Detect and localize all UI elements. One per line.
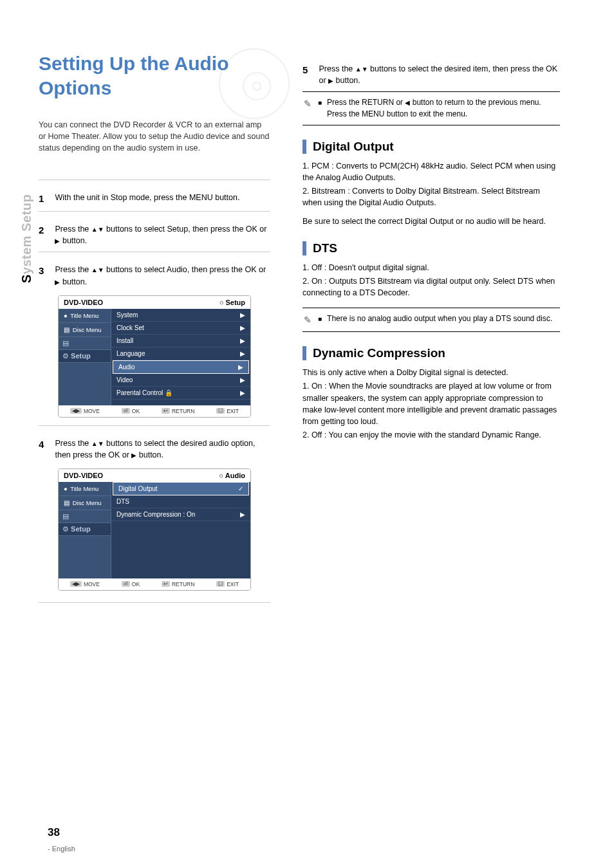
note-dts: ✎ ■ There is no analog audio output when…	[302, 313, 560, 326]
pencil-icon: ✎	[302, 97, 313, 110]
step-3: 3 Press the ▲▼ buttons to select Audio, …	[39, 264, 270, 287]
osd2-footer-exit: EXIT	[227, 581, 239, 587]
note-dts-text: There is no analog audio output when you…	[327, 313, 552, 324]
osd2-side-setup: ⚙ Setup	[59, 523, 111, 536]
section-bar-icon	[302, 241, 306, 255]
osd2-side-disc-menu: Disc Menu	[73, 499, 102, 506]
step-num-5: 5	[302, 63, 317, 77]
section-dyn-title: Dynamic Compression	[313, 346, 445, 360]
osd2-row-digital-output: Digital Output	[118, 485, 158, 492]
dts-opt-on: 2. On : Outputs DTS Bitstream via digita…	[302, 275, 560, 299]
up-down-icon: ▲▼	[91, 226, 104, 233]
side-tab-letter: S	[19, 274, 33, 283]
osd1-row-language: Language	[116, 350, 145, 357]
up-down-icon: ▲▼	[91, 266, 104, 273]
page-title-text: Setting Up the Audio Options	[39, 53, 229, 98]
osd1-footer: ◀▶MOVE ⏎OK ↩RETURN ☐EXIT	[59, 405, 250, 417]
page-title: Setting Up the Audio Options	[39, 51, 270, 100]
dyn-intro: This is only active when a Dolby Digital…	[302, 367, 560, 378]
osd-audio-screenshot: DVD-VIDEO ○ Audio ● Title Menu ▤ Disc Me…	[58, 468, 251, 591]
osd1-side-setup: ⚙ Setup	[59, 350, 111, 363]
digital-opt-pcm: 1. PCM : Converts to PCM(2CH) 48kHz audi…	[302, 160, 560, 183]
step-num-2: 2	[39, 223, 53, 237]
osd2-sidebar: ● Title Menu ▤ Disc Menu ▤ ⚙ Setup	[59, 482, 111, 578]
osd1-footer-move: MOVE	[84, 408, 100, 414]
side-tab: System Setup	[19, 194, 34, 283]
osd2-footer: ◀▶MOVE ⏎OK ↩RETURN ☐EXIT	[59, 578, 250, 590]
osd2-side-blank-icon: ▤	[59, 510, 111, 523]
lock-icon: 🔒	[165, 389, 172, 396]
step-2: 2 Press the ▲▼ buttons to select Setup, …	[39, 223, 270, 246]
osd2-side-title-menu: Title Menu	[70, 485, 98, 492]
dts-opt-off: 1. Off : Doesn't output digital signal.	[302, 262, 560, 273]
osd1-row-install: Install	[116, 337, 133, 344]
osd1-side-disc-menu: Disc Menu	[73, 326, 102, 333]
side-tab-rest: ystem Setup	[19, 194, 33, 274]
step-num-3: 3	[39, 264, 53, 278]
dyn-opt-off: 2. Off : You can enjoy the movie with th…	[302, 429, 560, 441]
section-digital-title: Digital Output	[313, 140, 394, 154]
step-1: 1 With the unit in Stop mode, press the …	[39, 192, 270, 206]
digital-opt-bitstream: 2. Bitstream : Converts to Dolby Digital…	[302, 185, 560, 208]
section-digital-output: Digital Output	[302, 140, 560, 154]
osd-setup-screenshot: DVD-VIDEO ○ Setup ● Title Menu ▤ Disc Me…	[58, 295, 251, 418]
osd1-footer-return: RETURN	[172, 408, 194, 414]
osd2-row-dts: DTS	[116, 498, 129, 505]
check-icon: ✓	[238, 485, 243, 492]
osd1-row-system: System	[116, 311, 138, 319]
osd1-row-parental: Parental Control 🔒	[116, 389, 172, 396]
step-num-1: 1	[39, 192, 53, 206]
section-dynamic-compression: Dynamic Compression	[302, 346, 560, 360]
section-dts: DTS	[302, 241, 560, 255]
osd1-footer-exit: EXIT	[227, 408, 239, 414]
step-body-2: Press the ▲▼ buttons to select Setup, th…	[55, 223, 270, 246]
step-body-5: Press the ▲▼ buttons to select the desir…	[319, 63, 559, 86]
step-body-3: Press the ▲▼ buttons to select Audio, th…	[55, 264, 270, 287]
dyn-opt-on: 1. On : When the Movie soundtracks are p…	[302, 380, 560, 427]
osd2-row-dyn-comp: Dynamic Compression : On	[116, 511, 195, 518]
section-bar-icon	[302, 346, 306, 360]
osd2-top-left: DVD-VIDEO	[64, 472, 103, 479]
step-5: 5 Press the ▲▼ buttons to select the des…	[302, 63, 560, 86]
osd2-footer-return: RETURN	[172, 581, 194, 587]
step-body-1: With the unit in Stop mode, press the ME…	[55, 192, 270, 203]
section-dts-title: DTS	[313, 241, 337, 255]
disc-art-icon	[219, 48, 290, 119]
footer-note: - English	[48, 845, 75, 853]
note-return: ✎ ■ Press the RETURN or ◀ button to retu…	[302, 97, 560, 120]
step-4: 4 Press the ▲▼ buttons to select the des…	[39, 438, 270, 461]
osd1-row-audio: Audio	[118, 364, 135, 371]
section-bar-icon	[302, 140, 306, 154]
osd1-footer-ok: OK	[132, 408, 140, 414]
up-down-icon: ▲▼	[91, 440, 104, 447]
step-body-4: Press the ▲▼ buttons to select the desir…	[55, 438, 270, 461]
pencil-icon: ✎	[302, 313, 313, 326]
osd2-footer-move: MOVE	[84, 581, 100, 587]
step-num-4: 4	[39, 438, 53, 452]
page-number: 38	[48, 826, 60, 839]
osd1-side-blank-icon: ▤	[59, 337, 111, 350]
osd1-main: System▶ Clock Set▶ Install▶ Language▶ Au…	[111, 309, 250, 405]
digital-note: Be sure to select the correct Digital Ou…	[302, 216, 560, 227]
osd2-top-right: ○ Audio	[219, 472, 245, 479]
intro-text: You can connect the DVD Recorder & VCR t…	[39, 119, 270, 154]
gear-icon: ⚙	[62, 352, 69, 360]
bullet-icon: ■	[318, 313, 322, 325]
osd1-sidebar: ● Title Menu ▤ Disc Menu ▤ ⚙ Setup	[59, 309, 111, 405]
osd2-main: Digital Output✓ DTS Dynamic Compression …	[111, 482, 250, 578]
osd1-side-title-menu: Title Menu	[70, 312, 98, 319]
osd1-row-clock-set: Clock Set	[116, 324, 144, 331]
osd1-top-right: ○ Setup	[219, 299, 245, 306]
osd1-row-video: Video	[116, 376, 133, 383]
up-down-icon: ▲▼	[355, 66, 368, 73]
osd2-footer-ok: OK	[132, 581, 140, 587]
right-icon: ▶	[328, 77, 333, 84]
gear-icon: ⚙	[62, 525, 69, 533]
note-return-text: Press the RETURN or ◀ button to return t…	[327, 97, 560, 120]
osd1-top-left: DVD-VIDEO	[64, 299, 103, 306]
bullet-icon: ■	[318, 97, 322, 109]
